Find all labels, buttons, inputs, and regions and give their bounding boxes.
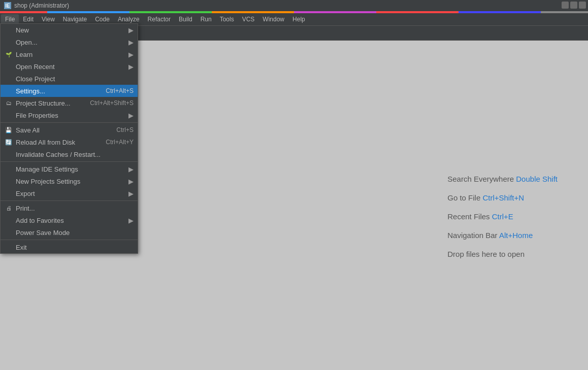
window-controls (562, 2, 586, 9)
menu-item-window[interactable]: Window (258, 14, 288, 24)
menu-invalidate[interactable]: Invalidate Caches / Restart... (1, 148, 138, 160)
menu-item-run[interactable]: Run (197, 14, 216, 24)
new-arrow-icon: ▶ (128, 26, 134, 34)
menu-new-projects-settings-label: New Projects Settings (16, 178, 126, 185)
menu-print-label: Print... (16, 205, 134, 212)
menu-item-code[interactable]: Code (91, 14, 114, 24)
menu-learn-label: Learn (16, 51, 126, 58)
menu-new-label: New (16, 26, 126, 34)
maximize-button[interactable] (570, 2, 577, 9)
save-all-icon: 💾 (5, 126, 13, 134)
add-to-favorites-icon (5, 216, 13, 224)
menu-add-to-favorites-label: Add to Favorites (16, 217, 126, 224)
hint-nav-shortcut: Alt+Home (499, 231, 533, 240)
menu-power-save-mode-label: Power Save Mode (16, 229, 134, 237)
menu-new[interactable]: New ▶ (1, 24, 138, 36)
menu-print[interactable]: 🖨 Print... (1, 202, 138, 214)
menu-project-structure-shortcut: Ctrl+Alt+Shift+S (90, 99, 134, 107)
settings-icon (5, 87, 13, 95)
menu-settings[interactable]: Settings... Ctrl+Alt+S (1, 85, 138, 97)
menu-manage-ide[interactable]: Manage IDE Settings ▶ (1, 163, 138, 175)
hint-recent-files: Recent Files Ctrl+E (447, 212, 558, 221)
menu-item-tools[interactable]: Tools (216, 14, 238, 24)
divider-4 (1, 240, 138, 240)
learn-icon: 🌱 (5, 50, 13, 58)
menu-reload-all[interactable]: 🔄 Reload All from Disk Ctrl+Alt+Y (1, 136, 138, 148)
divider-2 (1, 161, 138, 162)
menu-exit[interactable]: Exit (1, 241, 138, 253)
menu-export-label: Export (16, 190, 126, 197)
exit-icon (5, 243, 13, 251)
power-save-mode-icon (5, 228, 13, 237)
hint-drop-files: Drop files here to open (447, 250, 558, 258)
hint-recent-shortcut: Ctrl+E (492, 212, 513, 221)
menu-item-help[interactable]: Help (288, 14, 309, 24)
menu-item-refactor[interactable]: Refactor (144, 14, 175, 24)
hint-nav-text: Navigation Bar (447, 231, 499, 240)
menu-add-to-favorites[interactable]: Add to Favorites ▶ (1, 214, 138, 226)
open-recent-arrow-icon: ▶ (128, 63, 134, 71)
hint-goto-file: Go to File Ctrl+Shift+N (447, 193, 558, 202)
file-properties-arrow-icon: ▶ (128, 112, 134, 119)
menu-file-properties[interactable]: File Properties ▶ (1, 109, 138, 121)
menu-learn[interactable]: 🌱 Learn ▶ (1, 48, 138, 60)
add-to-favorites-arrow-icon: ▶ (128, 217, 134, 224)
open-arrow-icon: ▶ (128, 39, 134, 46)
menu-open-recent[interactable]: Open Recent ▶ (1, 60, 138, 73)
new-projects-settings-arrow-icon: ▶ (128, 178, 134, 185)
menu-save-all-label: Save All (16, 126, 116, 134)
menu-export[interactable]: Export ▶ (1, 187, 138, 199)
export-icon (5, 189, 13, 197)
manage-ide-arrow-icon: ▶ (128, 165, 134, 173)
hint-area: Search Everywhere Double Shift Go to Fil… (447, 175, 558, 268)
app-icon: IE (4, 2, 11, 9)
title-bar-text: shop (Administrator) (14, 2, 69, 9)
new-icon (5, 26, 13, 34)
menu-open-label: Open... (16, 39, 126, 46)
menu-file-properties-label: File Properties (16, 112, 126, 119)
close-button[interactable] (579, 2, 586, 9)
menu-exit-label: Exit (16, 244, 134, 251)
hint-goto-text: Go to File (447, 193, 482, 202)
menu-open[interactable]: Open... ▶ (1, 36, 138, 48)
menu-power-save-mode[interactable]: Power Save Mode (1, 226, 138, 239)
close-project-icon (5, 75, 13, 83)
learn-arrow-icon: ▶ (128, 51, 134, 58)
hint-recent-text: Recent Files (447, 212, 492, 221)
menu-item-view[interactable]: View (38, 14, 59, 24)
hint-search: Search Everywhere Double Shift (447, 175, 558, 183)
menu-item-analyze[interactable]: Analyze (114, 14, 144, 24)
divider-3 (1, 200, 138, 201)
menu-new-projects-settings[interactable]: New Projects Settings ▶ (1, 175, 138, 187)
menu-item-file[interactable]: File (1, 14, 19, 24)
menu-item-build[interactable]: Build (175, 14, 197, 24)
menu-save-all[interactable]: 💾 Save All Ctrl+S (1, 124, 138, 136)
menu-settings-label: Settings... (16, 87, 106, 95)
manage-ide-icon (5, 165, 13, 173)
menu-project-structure[interactable]: 🗂 Project Structure... Ctrl+Alt+Shift+S (1, 97, 138, 109)
hint-search-text: Search Everywhere (447, 175, 516, 183)
print-icon: 🖨 (5, 204, 13, 212)
reload-all-icon: 🔄 (5, 138, 13, 146)
menu-close-project[interactable]: Close Project (1, 73, 138, 85)
file-dropdown: New ▶ Open... ▶ 🌱 Learn ▶ Open Recent ▶ … (0, 23, 138, 254)
menu-item-vcs[interactable]: VCS (238, 14, 259, 24)
hint-goto-shortcut: Ctrl+Shift+N (482, 193, 524, 202)
menu-item-edit[interactable]: Edit (19, 14, 38, 24)
menu-close-project-label: Close Project (16, 75, 134, 83)
hint-drop-text: Drop files here to open (447, 250, 525, 258)
menu-save-all-shortcut: Ctrl+S (116, 126, 134, 133)
minimize-button[interactable] (562, 2, 569, 9)
menu-reload-all-label: Reload All from Disk (16, 139, 106, 146)
file-properties-icon (5, 111, 13, 119)
open-recent-icon (5, 62, 13, 71)
invalidate-icon (5, 150, 13, 158)
open-icon (5, 38, 13, 46)
hint-nav-bar: Navigation Bar Alt+Home (447, 231, 558, 240)
menu-reload-all-shortcut: Ctrl+Alt+Y (106, 139, 134, 146)
menu-project-structure-label: Project Structure... (16, 99, 90, 107)
menu-invalidate-label: Invalidate Caches / Restart... (16, 151, 134, 158)
menu-open-recent-label: Open Recent (16, 63, 126, 71)
hint-search-shortcut: Double Shift (516, 175, 558, 183)
menu-item-navigate[interactable]: Navigate (59, 14, 91, 24)
